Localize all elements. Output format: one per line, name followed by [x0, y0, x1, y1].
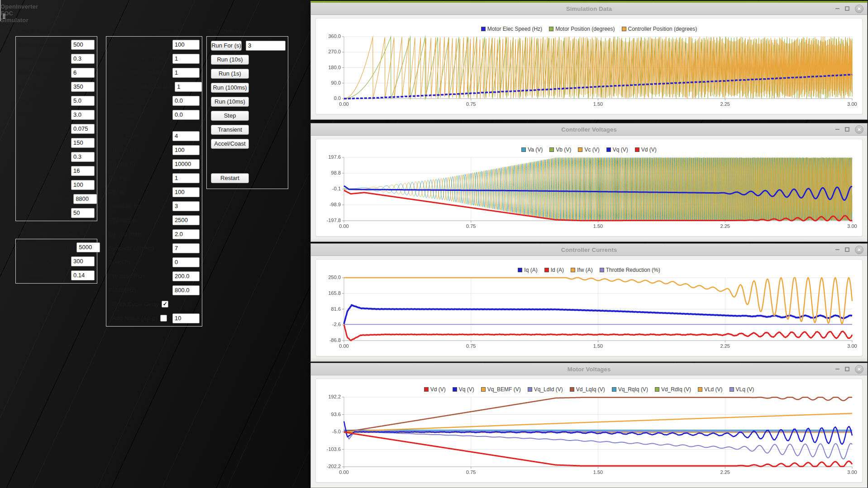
param-input[interactable] [71, 270, 95, 280]
param-row: Current Ki [109, 157, 200, 171]
run-for-button[interactable]: Run For (s) [211, 41, 242, 51]
minimize-icon[interactable] [835, 249, 839, 250]
param-input[interactable] [172, 215, 200, 225]
param-input[interactable] [172, 110, 200, 120]
run-button[interactable]: Run (10s) [211, 55, 249, 65]
chart-window-content: Va (V)Vb (V)Vc (V)Vq (V)Vd (V) [311, 136, 867, 242]
param-label: Ld (mH) [18, 111, 39, 118]
param-input[interactable] [175, 82, 202, 92]
run-button[interactable]: Accel/Coast [211, 139, 249, 149]
legend-item: Vd (V) [424, 386, 446, 393]
checked-checkbox[interactable]: ✓ [162, 301, 168, 308]
window-controls: ✕ [835, 244, 863, 256]
param-input[interactable] [71, 54, 95, 64]
openinverter-parameters-group: OpenInverter Parameters Torque Demand (%… [106, 28, 202, 327]
legend-item: Ifw (A) [571, 267, 593, 273]
param-row: FW Start (Hz) [109, 269, 200, 283]
param-input[interactable] [172, 54, 200, 64]
legend-item: Vq_LdId (V) [528, 386, 563, 393]
maximize-icon[interactable] [845, 367, 849, 371]
legend-label: Motor Elec Speed (Hz) [487, 26, 542, 32]
param-input[interactable] [172, 229, 200, 239]
run-button[interactable]: Transient [211, 125, 249, 135]
param-label: λdelta ( %/AId) [18, 153, 57, 160]
run-for-input[interactable] [246, 41, 286, 51]
flux-linkage-box: Base Frequency (rpm)Base Voltage (V)λ ( … [15, 239, 97, 284]
legend-swatch [612, 387, 616, 392]
legend-label: Vq_LdId (V) [534, 386, 563, 393]
param-input[interactable] [71, 82, 95, 92]
param-input[interactable] [71, 138, 95, 148]
run-controls-box: Run For (s) Run (10s)Run (1s)Run (100ms)… [206, 36, 288, 189]
param-input[interactable] [172, 243, 200, 253]
legend-item: Vq_RqIq (V) [612, 386, 648, 393]
maximize-icon[interactable] [845, 6, 849, 11]
chart-titlebar[interactable]: Controller Voltages ✕ [311, 123, 867, 136]
param-label: Loop Frequency (Hz) [18, 195, 73, 202]
chart-titlebar[interactable]: Controller Currents ✕ [311, 244, 867, 256]
param-label: FW Kp [109, 175, 127, 181]
legend-item: Vq (V) [606, 147, 628, 153]
legend-swatch [571, 268, 575, 272]
restart-button[interactable]: Restart [211, 173, 249, 183]
param-row: Sampling Point (%) [18, 206, 95, 220]
param-input[interactable] [71, 96, 95, 106]
run-button[interactable]: Run (10ms) [211, 97, 249, 107]
param-input[interactable] [172, 201, 200, 211]
param-input[interactable] [172, 271, 200, 281]
legend-label: Vq_BEMF (V) [487, 386, 521, 393]
param-input[interactable] [172, 313, 200, 323]
param-input[interactable] [76, 242, 100, 252]
toolbar-grip-icon[interactable] [3, 14, 5, 19]
param-row: Gear Ratio [18, 66, 95, 80]
param-input[interactable] [172, 285, 200, 295]
close-icon[interactable]: ✕ [855, 365, 863, 374]
legend-label: Vq_RqIq (V) [618, 386, 648, 393]
param-input[interactable] [71, 110, 95, 120]
param-input[interactable] [71, 124, 95, 134]
close-icon[interactable]: ✕ [855, 125, 863, 134]
run-button[interactable]: Run (100ms) [211, 83, 249, 93]
param-input[interactable] [71, 208, 95, 218]
param-input[interactable] [172, 96, 200, 106]
param-input[interactable] [71, 68, 95, 78]
param-input[interactable] [71, 40, 95, 50]
param-row: Drag (%) [18, 178, 95, 192]
legend-label: Motor Position (degrees) [555, 26, 615, 32]
param-input[interactable] [71, 152, 95, 162]
param-input[interactable] [172, 173, 200, 183]
param-input[interactable] [172, 145, 200, 155]
param-input[interactable] [172, 68, 200, 78]
chart-titlebar[interactable]: Motor Voltages ✕ [311, 363, 867, 375]
param-input[interactable] [71, 180, 95, 190]
run-button[interactable]: Run (1s) [211, 69, 249, 79]
param-label: Torque Demand (%) [109, 41, 161, 48]
param-row: FW Ki [109, 185, 200, 199]
param-row: Add Noise (Ap-p) [109, 311, 200, 325]
param-input[interactable] [71, 166, 95, 176]
chart-titlebar[interactable]: Simulation Data ✕ [311, 3, 867, 15]
legend-label: VLd (V) [704, 386, 723, 393]
param-input[interactable] [172, 257, 200, 267]
param-input[interactable] [73, 194, 97, 204]
minimize-icon[interactable] [835, 369, 839, 370]
param-row: Current Kp [109, 143, 200, 157]
maximize-icon[interactable] [845, 247, 849, 252]
param-input[interactable] [172, 159, 200, 169]
param-input[interactable] [172, 40, 200, 50]
close-icon[interactable]: ✕ [855, 246, 863, 254]
minimize-icon[interactable] [835, 8, 839, 9]
chart-canvas [319, 33, 859, 110]
minimize-icon[interactable] [835, 129, 839, 130]
legend-item: Vd_RdIq (V) [655, 386, 691, 393]
unchecked-checkbox[interactable] [160, 315, 167, 322]
maximize-icon[interactable] [845, 127, 849, 132]
run-button[interactable]: Step [211, 111, 249, 121]
param-input[interactable] [172, 187, 200, 197]
param-input[interactable] [71, 256, 95, 266]
param-input[interactable] [172, 131, 200, 141]
legend-item: Vd (V) [635, 147, 657, 153]
param-row: λdelta ( %/AId) [18, 150, 95, 164]
close-icon[interactable]: ✕ [855, 5, 863, 13]
legend-swatch [578, 147, 582, 152]
